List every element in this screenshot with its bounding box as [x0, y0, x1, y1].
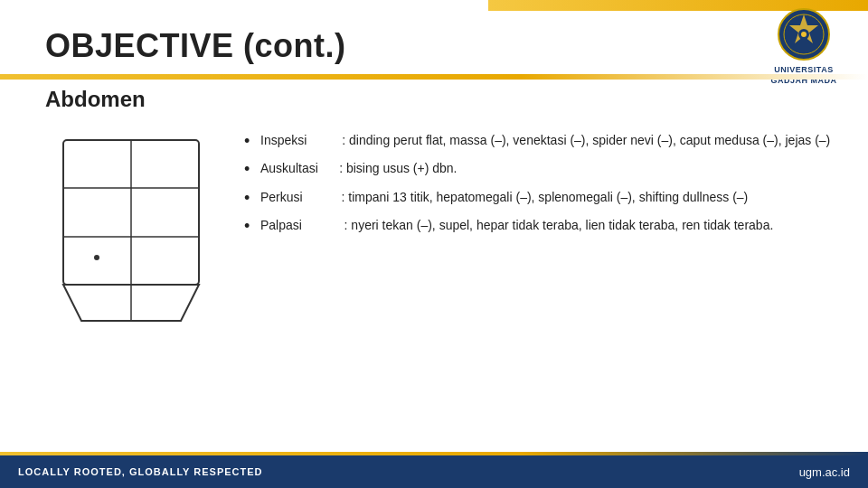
bullet-text-inspeksi: Inspeksi : dinding perut flat, massa (–)… [260, 131, 841, 151]
abdomen-diagram [45, 131, 226, 330]
svg-point-11 [94, 255, 99, 260]
bullet-icon: • [244, 131, 260, 152]
bullet-icon: • [244, 159, 260, 180]
bullet-text-auskultasi: Auskultasi : bising usus (+) dbn. [260, 159, 841, 179]
bullet-text-perkusi: Perkusi : timpani 13 titik, hepatomegali… [260, 188, 841, 208]
svg-point-4 [801, 32, 807, 37]
bullet-list: • Inspeksi : dinding perut flat, massa (… [244, 131, 841, 238]
footer-bar: LOCALLY ROOTED, GLOBALLY RESPECTED ugm.a… [0, 455, 868, 488]
list-item: • Palpasi : nyeri tekan (–), supel, hepa… [244, 216, 841, 237]
footer-website: ugm.ac.id [799, 465, 850, 479]
list-item: • Auskultasi : bising usus (+) dbn. [244, 159, 841, 180]
footer-tagline: LOCALLY ROOTED, GLOBALLY RESPECTED [18, 466, 263, 477]
section-subtitle: Abdomen [45, 87, 146, 112]
bullet-icon: • [244, 188, 260, 209]
university-logo [777, 7, 831, 61]
list-item: • Inspeksi : dinding perut flat, massa (… [244, 131, 841, 152]
bullet-icon: • [244, 216, 260, 237]
title-divider [0, 74, 868, 80]
page-title: OBJECTIVE (cont.) [45, 27, 346, 65]
list-item: • Perkusi : timpani 13 titik, hepatomega… [244, 188, 841, 209]
bullet-text-palpasi: Palpasi : nyeri tekan (–), supel, hepar … [260, 216, 841, 236]
content-area: • Inspeksi : dinding perut flat, massa (… [244, 131, 841, 245]
